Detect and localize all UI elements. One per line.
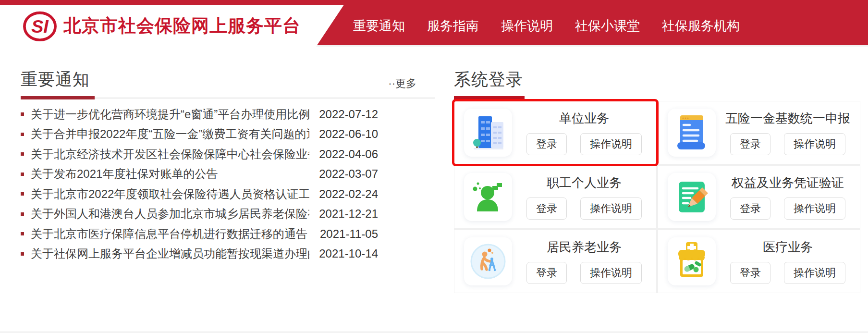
card-five-insurance-declare: 五险一金基数统一申报 登录 操作说明 [658, 101, 860, 164]
card-employee-personal: 职工个人业务 登录 操作说明 [454, 166, 656, 228]
card-title: 权益及业务凭证验证 [732, 174, 844, 191]
bullet-icon [21, 232, 24, 235]
instructions-button[interactable]: 操作说明 [580, 262, 642, 284]
site-title: 北京市社会保险网上服务平台 [63, 14, 301, 38]
icon-tile [464, 237, 512, 285]
notice-item: 关于社保网上服务平台企业增减员功能暂按现渠道办理的通知 2021-10-14 [21, 244, 435, 264]
more-link[interactable]: ··更多 [388, 76, 416, 91]
card-certificate-verify: 权益及业务凭证验证 登录 操作说明 [658, 166, 860, 228]
notice-link[interactable]: 关于北京市医疗保障信息平台停机进行数据迁移的通告 [31, 226, 310, 242]
notice-item: 关于外国人和港澳台人员参加北京市城乡居民养老保险有... 2021-12-21 [21, 204, 435, 224]
instructions-button[interactable]: 操作说明 [784, 197, 845, 220]
svg-text:SI: SI [31, 16, 49, 37]
document-icon [668, 109, 716, 157]
login-grid: 单位业务 登录 操作说明 [454, 101, 860, 293]
bullet-icon [21, 152, 24, 156]
notice-date: 2022-02-24 [319, 187, 378, 201]
page-bottom-divider [0, 332, 868, 333]
notice-item: 关于北京市医疗保障信息平台停机进行数据迁移的通告 2021-11-05 [21, 224, 435, 244]
page: SI 北京市社会保险网上服务平台 重要通知 服务指南 操作说明 社保小课堂 社保… [0, 0, 868, 333]
notice-link[interactable]: 关于外国人和港澳台人员参加北京市城乡居民养老保险有... [31, 206, 309, 222]
bullet-icon [21, 212, 24, 216]
notices-section: 重要通知 ··更多 关于进一步优化营商环境提升“e窗通”平台办理使用比例... … [21, 68, 435, 264]
icon-tile [668, 173, 716, 221]
note-pencil-icon [668, 173, 716, 221]
instructions-button[interactable]: 操作说明 [580, 133, 642, 155]
medical-shop-icon [668, 237, 716, 285]
login-button[interactable]: 登录 [526, 133, 567, 155]
nav-social-security-class[interactable]: 社保小课堂 [575, 17, 640, 35]
card-unit-business: 单位业务 登录 操作说明 [454, 101, 656, 164]
bullet-icon [21, 133, 24, 136]
card-title: 五险一金基数统一申报 [725, 110, 850, 127]
notice-link[interactable]: 关于进一步优化营商环境提升“e窗通”平台办理使用比例... [31, 107, 309, 122]
notice-link[interactable]: 关于发布2021年度社保对账单的公告 [31, 166, 309, 182]
system-login-title: 系统登录 [454, 68, 523, 91]
elderly-walker-icon [464, 237, 512, 285]
card-title: 医疗业务 [763, 239, 813, 256]
notices-divider [21, 96, 435, 100]
nav-important-notices[interactable]: 重要通知 [353, 17, 405, 35]
notice-date: 2021-10-14 [319, 247, 378, 260]
system-login-divider [454, 96, 860, 100]
icon-tile [464, 109, 512, 157]
bullet-icon [21, 252, 24, 256]
notices-title: 重要通知 [21, 68, 90, 91]
top-nav: 重要通知 服务指南 操作说明 社保小课堂 社保服务机构 [353, 5, 740, 47]
card-resident-pension: 居民养老业务 登录 操作说明 [454, 230, 656, 293]
login-button[interactable]: 登录 [526, 197, 567, 220]
login-button[interactable]: 登录 [730, 197, 770, 220]
logo-plate: SI 北京市社会保险网上服务平台 [0, 5, 344, 47]
nav-service-guide[interactable]: 服务指南 [427, 17, 479, 35]
card-title: 居民养老业务 [547, 239, 622, 256]
notice-link[interactable]: 关于社保网上服务平台企业增减员功能暂按现渠道办理的通知 [31, 246, 309, 261]
bullet-icon [21, 173, 24, 176]
notice-date: 2021-11-05 [320, 227, 378, 241]
card-title: 职工个人业务 [547, 174, 622, 191]
bullet-icon [21, 112, 24, 116]
bullet-icon [21, 192, 24, 196]
instructions-button[interactable]: 操作说明 [784, 262, 845, 284]
notice-link[interactable]: 关于北京经济技术开发区社会保险保障中心社会保险业务... [31, 147, 309, 162]
notice-list: 关于进一步优化营商环境提升“e窗通”平台办理使用比例... 2022-07-12… [21, 104, 435, 264]
notice-link[interactable]: 关于合并申报2022年度“五险一金”缴费工资有关问题的通知 [31, 126, 309, 142]
card-medical-business: 医疗业务 登录 操作说明 [658, 230, 860, 293]
notice-date: 2022-03-07 [319, 167, 378, 181]
nav-instructions[interactable]: 操作说明 [501, 17, 553, 35]
notice-item: 关于发布2021年度社保对账单的公告 2022-03-07 [21, 164, 435, 185]
si-logo-icon: SI [21, 10, 59, 42]
system-login-section: 系统登录 [454, 68, 860, 293]
notice-date: 2022-07-12 [319, 108, 378, 121]
card-title: 单位业务 [559, 110, 609, 127]
icon-tile [464, 173, 512, 221]
notice-item: 关于合并申报2022年度“五险一金”缴费工资有关问题的通知 2022-06-10 [21, 124, 435, 145]
nav-service-agencies[interactable]: 社保服务机构 [662, 17, 740, 35]
instructions-button[interactable]: 操作说明 [784, 133, 845, 155]
notice-date: 2021-12-21 [319, 207, 378, 221]
buildings-icon [464, 109, 512, 157]
notice-link[interactable]: 关于北京市2022年度领取社会保险待遇人员资格认证工作... [31, 186, 309, 202]
notice-date: 2022-04-06 [319, 148, 378, 161]
notice-item: 关于进一步优化营商环境提升“e窗通”平台办理使用比例... 2022-07-12 [21, 104, 435, 124]
notice-item: 关于北京市2022年度领取社会保险待遇人员资格认证工作... 2022-02-2… [21, 184, 435, 204]
login-button[interactable]: 登录 [730, 262, 770, 284]
icon-tile [668, 237, 716, 285]
notice-item: 关于北京经济技术开发区社会保险保障中心社会保险业务... 2022-04-06 [21, 144, 435, 164]
login-button[interactable]: 登录 [730, 133, 770, 155]
header: SI 北京市社会保险网上服务平台 重要通知 服务指南 操作说明 社保小课堂 社保… [0, 0, 868, 47]
icon-tile [668, 109, 716, 157]
person-icon [464, 173, 512, 221]
instructions-button[interactable]: 操作说明 [580, 197, 642, 220]
login-button[interactable]: 登录 [526, 262, 567, 284]
notice-date: 2022-06-10 [319, 127, 378, 141]
